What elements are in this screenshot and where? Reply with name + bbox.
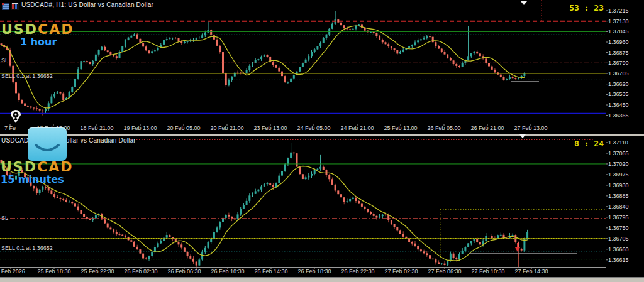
time-tick-label: 26 Feb 22:30: [341, 269, 374, 274]
time-tick-label: 26 Feb 02:30: [124, 269, 157, 274]
time-tick-label: 20 Feb 21:00: [210, 126, 243, 131]
time-tick-label: 20 Feb 05:00: [167, 126, 200, 131]
watermark-timeframe-m15: 15 minutes: [1, 173, 64, 185]
time-tick-label: 26 Feb 14:30: [254, 269, 287, 274]
price-tick-label: 1.36660: [608, 247, 629, 252]
chart-type-icon[interactable]: [11, 1, 19, 8]
time-tick-label: 26 Feb 10:30: [211, 269, 244, 274]
price-tick-label: 1.36750: [608, 225, 629, 231]
price-tick-label: 1.36840: [608, 204, 629, 210]
time-tick-label: 25 Feb 22:30: [80, 269, 114, 274]
time-tick-label: 25 Feb 13:00: [384, 126, 417, 131]
chart-title-h1: USDCAD#, H1: US Dollar vs Canadian Dolla…: [21, 1, 153, 8]
time-tick-label: 26 Feb 06:30: [167, 269, 201, 274]
time-tick-label: 18 Feb 21:00: [80, 126, 113, 131]
stop-loss-label-m15: SL: [1, 215, 8, 221]
time-tick-label: 19 Feb 13:00: [123, 126, 157, 131]
price-tick-label: 1.36620: [608, 82, 629, 87]
time-tick-label: 27 Feb 06:30: [428, 269, 461, 274]
time-tick-label: 5 Feb 2026: [0, 269, 25, 274]
price-tick-label: 1.36960: [608, 40, 629, 45]
price-tick-label: 1.36795: [608, 215, 629, 220]
price-tick-label: 1.36450: [608, 102, 629, 108]
overlay-app-icon[interactable]: [28, 127, 67, 161]
candlestick-chart-h1[interactable]: [0, 0, 644, 134]
candle-timer-m15: 8 : 24: [553, 139, 604, 148]
window-bottom-bar[interactable]: [0, 277, 644, 282]
time-tick-label: 24 Feb 05:00: [297, 126, 330, 131]
price-tick-label: 1.36365: [608, 113, 629, 119]
price-tick-label: 1.37045: [608, 29, 629, 35]
candle-timer-h1: 53 : 23: [553, 3, 604, 13]
time-tick-label: 27 Feb 10:30: [471, 269, 504, 274]
time-tick-label: 7 Fe: [4, 126, 16, 131]
trading-platform-screen: USDCAD#, H1: US Dollar vs Canadian Dolla…: [0, 0, 644, 282]
price-tick-label: 1.36705: [608, 236, 629, 242]
time-tick-label: 26 Feb 18:30: [297, 269, 331, 274]
price-tick-label: 1.36875: [608, 50, 629, 56]
stop-loss-label-h1: SL: [1, 57, 8, 63]
price-tick-label: 1.37130: [608, 19, 629, 24]
price-tick-label: 1.36975: [608, 172, 629, 178]
time-tick-label: 27 Feb 14:30: [514, 269, 548, 274]
price-tick-label: 1.36705: [608, 71, 629, 77]
time-tick-label: 26 Feb 05:00: [427, 126, 460, 131]
price-tick-label: 1.36790: [608, 60, 629, 66]
price-tick-label: 1.37215: [608, 8, 629, 14]
price-tick-label: 1.36885: [608, 193, 629, 199]
time-tick-label: 27 Feb 02:30: [384, 269, 418, 274]
time-tick-label: 27 Feb 13:00: [514, 126, 547, 131]
time-tick-label: 23 Feb 13:00: [253, 126, 287, 131]
watermark-symbol-m15: USDCAD: [1, 159, 73, 175]
price-tick-label: 1.36535: [608, 92, 629, 97]
time-tick-label: 25 Feb 18:30: [37, 269, 70, 274]
window-menu-icon[interactable]: [2, 1, 9, 8]
chart-shift-marker-m15[interactable]: [519, 134, 526, 138]
open-trade-label-h1: SELL 0.1 at 1.36652: [1, 73, 53, 79]
price-tick-label: 1.36930: [608, 183, 629, 188]
price-tick-label: 1.36615: [608, 258, 629, 263]
price-tick-label: 1.37065: [608, 151, 629, 156]
time-tick-label: 26 Feb 21:00: [470, 126, 504, 131]
chart-shift-marker-h1[interactable]: [521, 1, 527, 5]
watermark-symbol-h1: USDCAD: [1, 21, 74, 37]
chart-title-m15: USDCAD#,M15: US Dollar vs Canadian Dolla…: [1, 137, 136, 144]
time-tick-label: 24 Feb 21:00: [340, 126, 374, 131]
price-tick-label: 1.37020: [608, 161, 629, 167]
price-tick-label: 1.37110: [608, 140, 628, 146]
open-trade-label-m15: SELL 0.1 at 1.36652: [1, 245, 53, 251]
watermark-timeframe-h1: 1 hour: [20, 36, 57, 48]
candlestick-chart-m15[interactable]: [0, 136, 644, 277]
